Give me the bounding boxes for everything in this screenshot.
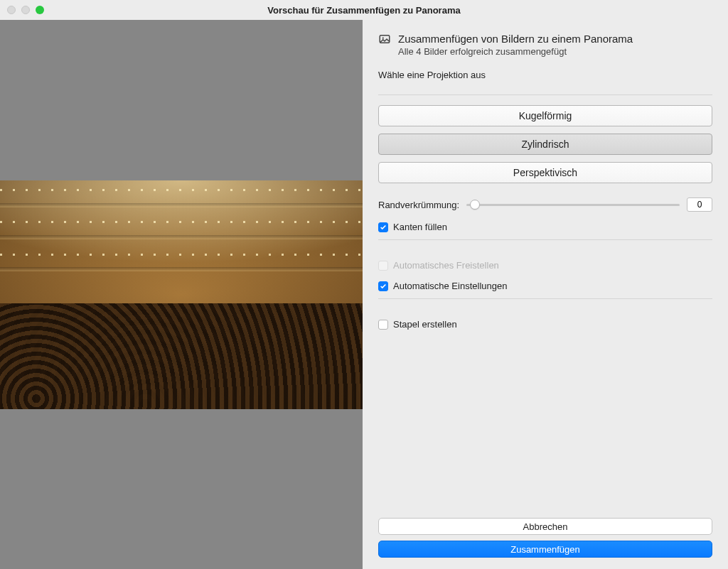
preview-pane (0, 20, 363, 569)
options-panel: Zusammenfügen von Bildern zu einem Panor… (363, 20, 728, 569)
panel-subtitle: Alle 4 Bilder erfolgreich zusammengefügt (398, 46, 633, 57)
panel-header: Zusammenfügen von Bildern zu einem Panor… (378, 33, 712, 57)
fill-edges-row[interactable]: Kanten füllen (378, 222, 712, 232)
panorama-preview-image (0, 180, 363, 409)
minimize-window-button[interactable] (21, 6, 30, 14)
boundary-warp-slider[interactable] (466, 204, 680, 206)
create-stack-checkbox[interactable] (378, 320, 388, 330)
content: Zusammenfügen von Bildern zu einem Panor… (0, 20, 728, 569)
auto-crop-checkbox (378, 261, 388, 271)
fill-edges-checkbox[interactable] (378, 222, 388, 232)
close-window-button[interactable] (7, 6, 16, 14)
boundary-warp-value[interactable] (687, 197, 712, 212)
window-title: Vorschau für Zusammenfügen zu Panorama (7, 5, 721, 16)
panel-title: Zusammenfügen von Bildern zu einem Panor… (398, 33, 633, 45)
auto-settings-checkbox[interactable] (378, 281, 388, 291)
auto-settings-label: Automatische Einstellungen (393, 281, 507, 291)
cancel-button[interactable]: Abbrechen (378, 518, 712, 535)
projection-perspective-button[interactable]: Perspektivisch (378, 162, 712, 183)
svg-point-1 (382, 37, 384, 38)
separator (378, 298, 712, 299)
auto-crop-row: Automatisches Freistellen (378, 260, 712, 271)
titlebar: Vorschau für Zusammenfügen zu Panorama (0, 0, 728, 20)
merge-button[interactable]: Zusammenfügen (378, 541, 712, 558)
create-stack-label: Stapel erstellen (393, 319, 457, 330)
separator (378, 94, 712, 95)
auto-settings-row[interactable]: Automatische Einstellungen (378, 281, 712, 291)
slider-thumb[interactable] (470, 200, 480, 210)
create-stack-row[interactable]: Stapel erstellen (378, 319, 712, 330)
projection-spherical-button[interactable]: Kugelförmig (378, 105, 712, 126)
footer-buttons: Abbrechen Zusammenfügen (378, 518, 712, 558)
panorama-icon (378, 33, 391, 57)
projection-label: Wähle eine Projektion aus (378, 70, 712, 80)
projection-group: Kugelförmig Zylindrisch Perspektivisch (378, 105, 712, 183)
zoom-window-button[interactable] (36, 6, 44, 14)
projection-cylindrical-button[interactable]: Zylindrisch (378, 134, 712, 155)
window-controls (7, 6, 44, 14)
boundary-warp-row: Randverkrümmung: (378, 197, 712, 212)
auto-crop-label: Automatisches Freistellen (393, 260, 499, 271)
separator (378, 239, 712, 240)
fill-edges-label: Kanten füllen (393, 222, 447, 232)
boundary-warp-label: Randverkrümmung: (378, 200, 459, 210)
